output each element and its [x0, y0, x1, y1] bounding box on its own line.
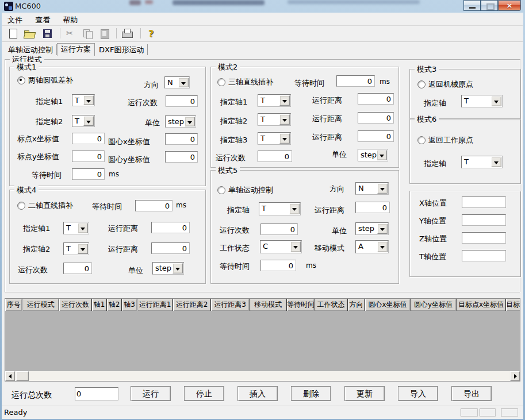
new-file-icon[interactable] — [7, 28, 20, 40]
mode4-run-count-input[interactable] — [63, 263, 92, 274]
table-header-cell[interactable]: 轴1 — [92, 299, 107, 311]
table-header-cell[interactable]: 运行模式 — [22, 299, 59, 311]
horizontal-scrollbar[interactable] — [5, 371, 520, 381]
chevron-down-icon[interactable] — [377, 183, 388, 194]
scrollbar-thumb[interactable] — [16, 371, 29, 381]
table-header-cell[interactable]: 运行距离3 — [211, 299, 250, 311]
chevron-down-icon[interactable] — [377, 150, 387, 160]
mode3-axis-select[interactable]: T — [461, 95, 503, 107]
mode1-center-y-input[interactable] — [165, 151, 198, 163]
chevron-down-icon[interactable] — [178, 78, 189, 87]
minimize-button[interactable] — [463, 0, 481, 11]
mode1-wait-input[interactable] — [72, 168, 105, 180]
mode2-axis1-select[interactable]: T — [258, 94, 291, 107]
mode3-radio[interactable] — [417, 80, 426, 88]
chevron-down-icon[interactable] — [279, 133, 290, 144]
x-axis-position-input[interactable] — [462, 196, 506, 208]
chevron-down-icon[interactable] — [83, 95, 94, 105]
close-button[interactable]: × — [498, 0, 521, 11]
table-header-cell[interactable]: 序号 — [5, 299, 22, 311]
mode1-axis2-select[interactable]: T — [72, 115, 95, 127]
mode5-wait-input[interactable] — [260, 260, 296, 271]
tab-single-axis-control[interactable]: 单轴运动控制 — [5, 44, 57, 55]
table-header-cell[interactable]: 等待时间 — [287, 299, 315, 311]
table-header-cell[interactable]: 方向 — [348, 299, 365, 311]
mode4-radio[interactable] — [17, 202, 25, 210]
print-icon[interactable] — [121, 28, 133, 40]
update-button[interactable]: 更新 — [344, 386, 385, 401]
mode1-mark-x-input[interactable] — [72, 133, 105, 144]
table-header-cell[interactable]: 轴2 — [107, 299, 122, 311]
export-button[interactable]: 导出 — [451, 386, 492, 401]
mode5-unit-select[interactable]: step — [355, 222, 389, 235]
menu-view[interactable]: 查看 — [30, 14, 55, 26]
t-axis-position-input[interactable] — [462, 250, 506, 261]
menu-help[interactable]: 帮助 — [58, 14, 83, 26]
mode2-radio[interactable] — [217, 78, 225, 86]
import-button[interactable]: 导入 — [398, 386, 438, 401]
table-header-cell[interactable]: 目标点y坐标值 — [506, 299, 520, 311]
scroll-right-button[interactable] — [510, 371, 520, 381]
mode2-wait-input[interactable] — [336, 75, 375, 87]
mode4-dist1-input[interactable] — [151, 222, 190, 233]
chevron-down-icon[interactable] — [491, 157, 501, 167]
mode5-axis-select[interactable]: T — [259, 202, 301, 215]
cut-icon[interactable]: ✂ — [64, 28, 77, 40]
table-header-cell[interactable]: 运行次数 — [59, 299, 92, 311]
mode5-radio[interactable] — [217, 186, 225, 194]
chevron-down-icon[interactable] — [279, 114, 290, 125]
chevron-down-icon[interactable] — [78, 244, 88, 254]
table-header-cell[interactable]: 圆心x坐标值 — [365, 299, 411, 311]
mode1-axis1-select[interactable]: T — [72, 94, 95, 106]
tab-dxf-motion[interactable]: DXF图形运动 — [95, 44, 148, 55]
chevron-down-icon[interactable] — [377, 241, 388, 252]
mode2-axis3-select[interactable]: T — [258, 132, 291, 145]
run-button[interactable]: 运行 — [131, 386, 171, 401]
chevron-down-icon[interactable] — [185, 117, 195, 126]
chevron-down-icon[interactable] — [290, 241, 301, 252]
table-header-cell[interactable]: 运行距离2 — [173, 299, 211, 311]
help-icon[interactable]: ? — [145, 28, 158, 40]
z-axis-position-input[interactable] — [462, 232, 506, 244]
table-body[interactable] — [5, 311, 520, 371]
mode2-run-count-input[interactable] — [258, 151, 292, 162]
mode5-work-state-select[interactable]: C — [260, 240, 302, 253]
mode6-axis-select[interactable]: T — [461, 156, 503, 168]
mode1-run-count-input[interactable] — [166, 95, 198, 107]
mode2-dist1-input[interactable] — [358, 93, 394, 105]
table-header-cell[interactable]: 移动模式 — [250, 299, 287, 311]
table-header-cell[interactable]: 目标点x坐标值 — [457, 299, 506, 311]
mode1-center-x-input[interactable] — [165, 133, 198, 145]
copy-icon[interactable] — [82, 28, 94, 40]
table-header-cell[interactable]: 圆心y坐标值 — [411, 299, 457, 311]
chevron-down-icon[interactable] — [491, 96, 501, 106]
chevron-down-icon[interactable] — [78, 223, 88, 233]
mode5-dist-input[interactable] — [355, 202, 390, 213]
chevron-down-icon[interactable] — [173, 263, 183, 273]
mode5-direction-select[interactable]: N — [355, 182, 389, 195]
mode1-radio[interactable] — [17, 76, 25, 84]
table-header-cell[interactable]: 运行距离1 — [137, 299, 173, 311]
mode2-dist2-input[interactable] — [358, 112, 394, 124]
stop-button[interactable]: 停止 — [184, 386, 224, 401]
mode4-axis2-select[interactable]: T — [63, 242, 89, 255]
mode5-move-mode-select[interactable]: A — [355, 240, 389, 253]
table-header-cell[interactable]: 轴3 — [122, 299, 137, 311]
tab-run-plan[interactable]: 运行方案 — [57, 43, 95, 56]
table-header-cell[interactable]: 工作状态 — [315, 299, 348, 311]
delete-button[interactable]: 删除 — [291, 386, 331, 401]
chevron-down-icon[interactable] — [83, 116, 94, 126]
insert-button[interactable]: 插入 — [237, 386, 278, 401]
menu-file[interactable]: 文件 — [2, 14, 28, 26]
scroll-left-button[interactable] — [5, 371, 15, 381]
mode1-unit-select[interactable]: step — [165, 115, 196, 128]
mode5-run-count-input[interactable] — [260, 224, 298, 235]
mode1-mark-y-input[interactable] — [72, 151, 105, 162]
open-file-icon[interactable] — [23, 28, 36, 40]
mode1-direction-select[interactable]: N — [164, 76, 190, 88]
mode4-axis1-select[interactable]: T — [63, 222, 89, 234]
chevron-down-icon[interactable] — [289, 203, 300, 214]
mode6-radio[interactable] — [417, 136, 426, 144]
mode4-wait-input[interactable] — [135, 200, 173, 211]
maximize-button[interactable] — [481, 0, 498, 11]
